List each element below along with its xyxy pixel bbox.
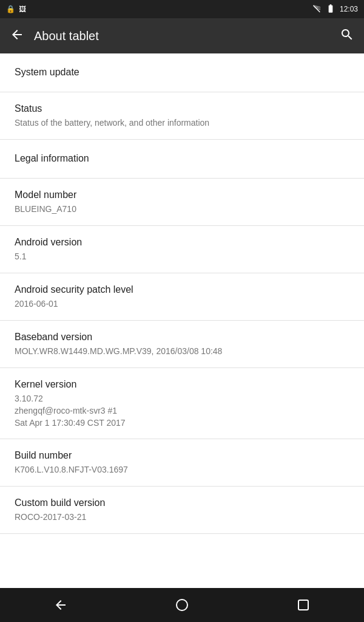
battery-icon [325,4,336,15]
time-display: 12:03 [340,5,358,13]
list-item-custom-build-version[interactable]: Custom build versionROCO-2017-03-21 [0,487,364,534]
list-item-title-android-security-patch: Android security patch level [15,283,349,296]
home-nav-button[interactable] [164,593,200,617]
signal-off-icon [312,4,322,15]
list-item-status[interactable]: StatusStatus of the battery, network, an… [0,92,364,140]
status-bar-right-icons: 12:03 [312,4,358,15]
settings-list: System updateStatusStatus of the battery… [0,53,364,588]
svg-rect-1 [298,600,308,610]
image-icon: 🖼 [19,5,26,13]
list-item-title-system-update: System update [15,66,349,79]
list-item-kernel-version[interactable]: Kernel version3.10.72 zhengqf@roco-mtk-s… [0,368,364,439]
list-item-android-security-patch[interactable]: Android security patch level2016-06-01 [0,273,364,321]
list-item-model-number[interactable]: Model numberBLUEING_A710 [0,179,364,226]
status-bar-left-icons: 🔒 🖼 [6,5,26,13]
list-item-subtitle-build-number: K706.L.V10.8.NFJT-V03.1697 [15,464,349,476]
back-button[interactable] [10,27,24,44]
status-bar: 🔒 🖼 12:03 [0,0,364,18]
list-item-subtitle-custom-build-version: ROCO-2017-03-21 [15,511,349,524]
list-item-subtitle-android-security-patch: 2016-06-01 [15,298,349,310]
list-item-title-kernel-version: Kernel version [15,378,349,391]
back-nav-button[interactable] [42,593,79,617]
list-item-baseband-version[interactable]: Baseband versionMOLY.WR8.W1449.MD.WG.MP.… [0,321,364,368]
list-item-subtitle-model-number: BLUEING_A710 [15,203,349,216]
list-item-title-legal-information: Legal information [15,152,349,165]
list-item-title-status: Status [15,102,349,115]
list-item-title-baseband-version: Baseband version [15,330,349,344]
list-item-system-update[interactable]: System update [0,53,364,92]
list-item-subtitle-android-version: 5.1 [15,251,349,263]
list-item-title-custom-build-version: Custom build version [15,496,349,510]
recents-nav-button[interactable] [285,593,322,617]
list-item-subtitle-kernel-version: 3.10.72 zhengqf@roco-mtk-svr3 #1 Sat Apr… [15,393,349,429]
nav-bar [0,588,364,622]
app-bar-left: About tablet [10,27,99,44]
search-button[interactable] [340,27,354,45]
list-item-title-model-number: Model number [15,188,349,202]
list-item-title-android-version: Android version [15,236,349,249]
svg-point-0 [177,600,187,610]
list-item-android-version[interactable]: Android version5.1 [0,226,364,273]
list-item-subtitle-baseband-version: MOLY.WR8.W1449.MD.WG.MP.V39, 2016/03/08 … [15,346,349,358]
list-item-legal-information[interactable]: Legal information [0,140,364,179]
list-item-build-number[interactable]: Build numberK706.L.V10.8.NFJT-V03.1697 [0,439,364,487]
page-title: About tablet [34,29,99,43]
list-item-subtitle-status: Status of the battery, network, and othe… [15,117,349,129]
lock-icon: 🔒 [6,5,15,13]
list-item-title-build-number: Build number [15,449,349,462]
app-bar: About tablet [0,18,364,53]
